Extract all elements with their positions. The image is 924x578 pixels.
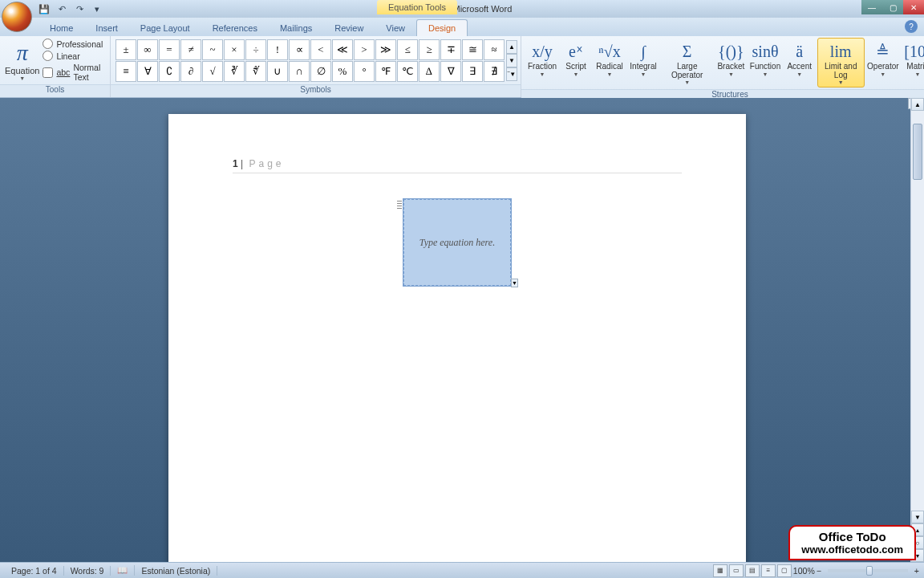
symbol-cell[interactable]: ∓ [440,39,461,60]
symbol-cell[interactable]: ℃ [397,61,418,82]
zoom-thumb[interactable] [866,566,873,576]
symbol-cell[interactable]: ∛ [224,61,245,82]
view-web-layout[interactable]: ▤ [745,564,760,577]
symbol-cell[interactable]: ! [267,39,288,60]
symbol-cell[interactable]: ∁ [159,61,180,82]
watermark-overlay: Office ToDo www.officetodo.com [788,525,916,560]
symbol-cell[interactable]: ° [354,61,375,82]
undo-icon[interactable]: ↶ [53,2,71,16]
symbol-cell[interactable]: ≠ [180,39,201,60]
symbol-cell[interactable]: ∄ [484,61,505,82]
view-draft[interactable]: ▢ [777,564,792,577]
symbols-scroll-up[interactable]: ▲ [506,40,517,54]
symbol-cell[interactable]: ∃ [462,61,483,82]
structure-script[interactable]: eˣScript▼ [560,38,592,88]
tab-mailings[interactable]: Mailings [269,20,323,36]
structure-icon: sinθ [752,40,779,63]
document-page[interactable]: 1 | Page Type equation here. ▼ [168,114,746,578]
structure-fraction[interactable]: x/yFraction▼ [526,38,558,88]
symbol-cell[interactable]: ≈ [484,39,505,60]
scroll-thumb[interactable] [913,124,922,180]
zoom-in-button[interactable]: + [914,566,919,576]
close-button[interactable]: ✕ [903,0,924,14]
help-icon[interactable]: ? [905,20,918,33]
symbol-cell[interactable]: ∪ [267,61,288,82]
qat-customize-icon[interactable]: ▾ [88,2,106,16]
equation-button[interactable]: π Equation ▼ [5,40,39,81]
zoom-level[interactable]: 100% [793,566,815,576]
structure-bracket[interactable]: {()}Bracket▼ [715,38,747,88]
scroll-down-icon[interactable]: ▼ [911,511,924,523]
normal-text-check[interactable]: abc Normal Text [43,63,105,82]
structure-limit-and-log[interactable]: limLimit and Log▼ [817,38,865,88]
save-icon[interactable]: 💾 [35,2,53,16]
symbol-cell[interactable]: ÷ [245,39,266,60]
equation-move-handle[interactable] [397,201,402,210]
structure-icon: eˣ [569,40,583,63]
structure-label: Function [750,63,780,71]
symbol-cell[interactable]: < [310,39,331,60]
symbol-cell[interactable]: ∩ [289,61,310,82]
symbol-cell[interactable]: > [354,39,375,60]
symbol-cell[interactable]: ∜ [245,61,266,82]
tab-view[interactable]: View [375,20,416,36]
symbol-cell[interactable]: ≤ [397,39,418,60]
minimize-button[interactable]: — [861,0,882,14]
symbol-cell[interactable]: ≡ [116,61,136,82]
structure-integral[interactable]: ∫Integral▼ [627,38,659,88]
maximize-button[interactable]: ▢ [882,0,903,14]
structure-operator[interactable]: ≜Operator▼ [866,38,900,88]
zoom-out-button[interactable]: − [817,566,821,576]
symbol-cell[interactable]: ∆ [419,61,440,82]
equation-placeholder[interactable]: Type equation here. [403,199,511,286]
symbol-cell[interactable]: ℉ [375,61,396,82]
zoom-slider[interactable] [828,569,908,572]
symbol-cell[interactable]: = [159,39,180,60]
scroll-up-icon[interactable]: ▲ [911,98,924,111]
symbol-cell[interactable]: × [224,39,245,60]
symbol-cell[interactable]: ∞ [137,39,158,60]
structure-radical[interactable]: ⁿ√xRadical▼ [594,38,626,88]
view-outline[interactable]: ≡ [761,564,776,577]
tab-page-layout[interactable]: Page Layout [129,20,201,36]
symbol-cell[interactable]: ± [116,39,136,60]
symbol-cell[interactable]: ≪ [332,39,353,60]
symbol-cell[interactable]: ∂ [180,61,201,82]
symbol-cell[interactable]: ~ [202,39,223,60]
professional-radio[interactable]: Professional [43,39,105,49]
status-language[interactable]: Estonian (Estonia) [135,566,217,576]
symbol-cell[interactable]: ∅ [310,61,331,82]
symbol-cell[interactable]: ≅ [462,39,483,60]
equation-container[interactable]: Type equation here. ▼ [403,198,512,287]
quick-access-toolbar: 💾 ↶ ↷ ▾ [35,2,106,16]
status-proofing-icon[interactable]: 📖 [111,565,135,576]
status-page[interactable]: Page: 1 of 4 [5,566,64,576]
symbol-cell[interactable]: ∝ [289,39,310,60]
tab-review[interactable]: Review [323,20,375,36]
symbol-cell[interactable]: % [332,61,353,82]
tab-home[interactable]: Home [38,20,84,36]
status-words[interactable]: Words: 9 [64,566,111,576]
structure-large-operator[interactable]: ΣLarge Operator▼ [661,38,713,88]
tab-insert[interactable]: Insert [84,20,129,36]
symbols-scroll-down[interactable]: ▼ [506,54,517,67]
symbols-more[interactable]: ‾▼ [506,67,517,81]
tab-references[interactable]: References [201,20,269,36]
group-label-symbols: Symbols [111,84,521,97]
symbol-cell[interactable]: ≥ [419,39,440,60]
tab-design[interactable]: Design [416,19,468,36]
structure-matrix[interactable]: [10]Matrix▼ [902,38,924,88]
structure-function[interactable]: sinθFunction▼ [748,38,781,88]
office-button[interactable] [2,2,32,32]
symbol-cell[interactable]: ≫ [375,39,396,60]
symbol-cell[interactable]: ∀ [137,61,158,82]
structure-accent[interactable]: äAccent▼ [784,38,816,88]
equation-options-dropdown[interactable]: ▼ [511,279,518,287]
linear-radio[interactable]: Linear [43,51,105,61]
redo-icon[interactable]: ↷ [71,2,88,16]
vertical-scrollbar[interactable]: ▲ ▼ ▴ ○ ▾ [910,98,924,562]
view-print-layout[interactable]: ▦ [713,564,727,577]
view-full-screen[interactable]: ▭ [729,564,744,577]
symbol-cell[interactable]: √ [202,61,223,82]
symbol-cell[interactable]: ∇ [440,61,461,82]
